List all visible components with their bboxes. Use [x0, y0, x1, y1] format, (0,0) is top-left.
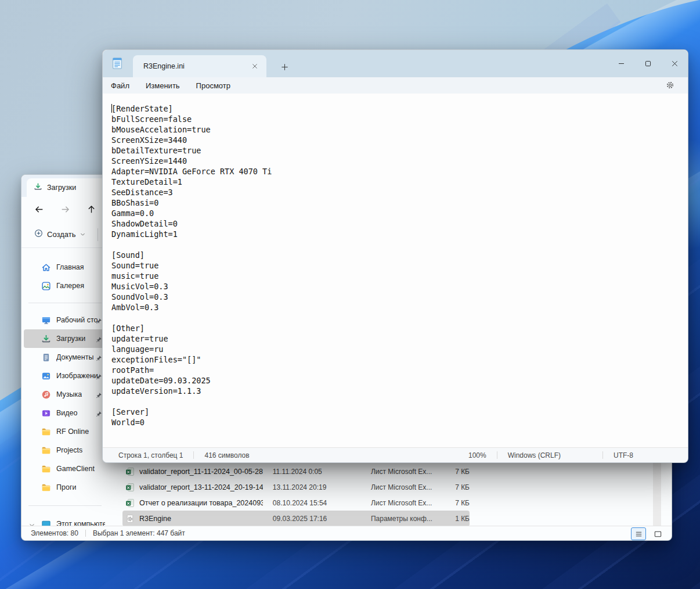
toolbar-separator	[98, 228, 98, 241]
file-size: 7 КБ	[442, 468, 470, 476]
editor-line: SoundVol=0.3	[111, 292, 688, 302]
folder-icon	[41, 427, 51, 437]
sidebar-item-музыка[interactable]: Музыка	[24, 385, 106, 404]
up-icon[interactable]	[84, 202, 98, 216]
notepad-title-bar[interactable]: R3Engine.ini	[103, 50, 688, 77]
home-icon	[41, 263, 51, 272]
explorer-tab-downloads[interactable]: Загрузки	[27, 178, 114, 197]
maximize-icon[interactable]	[634, 50, 661, 77]
folder-icon	[41, 464, 51, 474]
tab-close-icon[interactable]	[248, 59, 262, 73]
config-file-icon	[125, 514, 135, 523]
pin-icon	[95, 372, 102, 379]
editor-line: ScreenXSize=3440	[111, 135, 688, 145]
table-row[interactable]: validator_report_11-11-2024_00-05-2811.1…	[122, 464, 470, 479]
sidebar-item-рабочий-сто[interactable]: Рабочий сто	[24, 311, 106, 329]
file-type: Лист Microsoft Ex...	[361, 468, 442, 476]
sidebar-item-label: Документы	[56, 353, 93, 361]
minimize-icon[interactable]	[608, 50, 634, 77]
chevron-down-icon[interactable]	[28, 520, 35, 526]
close-icon[interactable]	[661, 50, 688, 77]
sidebar-item-документы[interactable]: Документы	[24, 348, 106, 367]
sidebar-item-галерея[interactable]: Галерея	[24, 276, 106, 295]
downloads-icon	[34, 182, 42, 193]
selection-info: Выбран 1 элемент: 447 байт	[93, 529, 185, 537]
pin-icon	[95, 354, 102, 361]
sidebar-item-проги[interactable]: Проги	[24, 478, 106, 497]
file-type: Параметры конф...	[361, 515, 442, 523]
editor-line	[111, 239, 688, 250]
sidebar-item-projects[interactable]: Projects	[24, 441, 106, 459]
editor-line: ScreenYSize=1440	[111, 156, 688, 166]
editor-line: [Server]	[111, 407, 688, 417]
excel-file-icon	[125, 498, 135, 508]
table-row[interactable]: validator_report_13-11-2024_20-19-1413.1…	[122, 479, 470, 495]
gear-icon[interactable]	[666, 81, 675, 90]
create-new-label: Создать	[47, 230, 75, 239]
editor-line: music=true	[111, 271, 688, 281]
status-segment[interactable]: Windows (CRLF)	[508, 451, 561, 459]
sidebar-item-rf-online[interactable]: RF Online	[24, 422, 106, 441]
pin-icon	[95, 317, 102, 324]
status-separator	[193, 451, 194, 459]
status-segment: Строка 1, столбец 1	[118, 451, 183, 459]
editor-line: exceptionFiles="[]"	[111, 354, 688, 365]
sidebar-item-label: Этот компьюте	[56, 520, 105, 526]
sidebar-item-изображени[interactable]: Изображени	[24, 367, 106, 385]
file-size: 7 КБ	[442, 483, 470, 491]
editor-line: bMouseAccelation=true	[111, 124, 688, 135]
desktop-icon	[41, 315, 51, 325]
sidebar-item-gameclient[interactable]: GameClient	[24, 459, 106, 478]
file-name: Отчет о реализации товара_20240930	[139, 499, 263, 507]
music-icon	[41, 390, 51, 400]
explorer-status-bar: Элементов: 80 Выбран 1 элемент: 447 байт	[21, 526, 672, 540]
file-date: 08.10.2024 15:54	[263, 499, 361, 507]
sidebar-item-label: Галерея	[56, 282, 84, 290]
folder-icon	[41, 483, 51, 493]
table-row[interactable]: Отчет о реализации товара_2024093008.10.…	[122, 495, 470, 511]
pictures-icon	[41, 371, 51, 381]
notepad-tab[interactable]: R3Engine.ini	[133, 55, 266, 77]
computer-icon	[41, 519, 51, 526]
file-size: 1 КБ	[442, 515, 470, 523]
file-type: Лист Microsoft Ex...	[361, 483, 442, 491]
details-view-icon[interactable]	[631, 527, 646, 540]
sidebar-divider	[28, 505, 102, 506]
back-icon[interactable]	[32, 202, 46, 216]
editor-line: [Other]	[111, 323, 688, 333]
status-segment[interactable]: 100%	[468, 451, 486, 459]
editor-line: World=0	[111, 417, 688, 428]
tiles-view-icon[interactable]	[651, 528, 665, 540]
forward-icon	[58, 202, 72, 216]
menu-item-Просмотр[interactable]: Просмотр	[196, 81, 230, 90]
downloads-icon	[41, 334, 51, 344]
table-row[interactable]: R3Engine09.03.2025 17:16Параметры конф..…	[122, 511, 470, 526]
sidebar-item-label: Рабочий сто	[56, 316, 98, 324]
status-separator	[602, 451, 603, 459]
create-new-button[interactable]: Создать	[31, 226, 89, 243]
sidebar-item-label: Музыка	[56, 390, 82, 398]
file-name: validator_report_11-11-2024_00-05-28	[139, 468, 263, 476]
sidebar-item-этот-компьюте[interactable]: Этот компьюте	[24, 515, 106, 526]
editor-line: bDetailTexture=true	[111, 145, 688, 156]
editor-line: language=ru	[111, 344, 688, 354]
sidebar-item-label: Главная	[56, 263, 84, 271]
chevron-down-icon	[80, 229, 86, 240]
sidebar-item-загрузки[interactable]: Загрузки	[24, 329, 106, 348]
status-segment[interactable]: UTF-8	[614, 451, 633, 459]
sidebar-item-видео[interactable]: Видео	[24, 404, 106, 422]
new-tab-icon[interactable]	[277, 59, 292, 74]
menu-item-Файл[interactable]: Файл	[111, 81, 129, 90]
sidebar-item-label: Загрузки	[56, 335, 85, 343]
circle-plus-icon	[34, 229, 43, 240]
pin-icon	[95, 410, 102, 416]
text-editor[interactable]: [RenderState]bFullScreen=falsebMouseAcce…	[103, 94, 688, 447]
explorer-tab-title: Загрузки	[47, 184, 76, 192]
status-segment: 416 символов	[204, 451, 249, 459]
text-caret	[111, 104, 112, 113]
menu-item-Изменить[interactable]: Изменить	[146, 81, 180, 90]
status-separator	[497, 451, 497, 459]
documents-icon	[41, 353, 51, 362]
video-icon	[41, 408, 51, 418]
sidebar-item-главная[interactable]: Главная	[24, 258, 106, 276]
